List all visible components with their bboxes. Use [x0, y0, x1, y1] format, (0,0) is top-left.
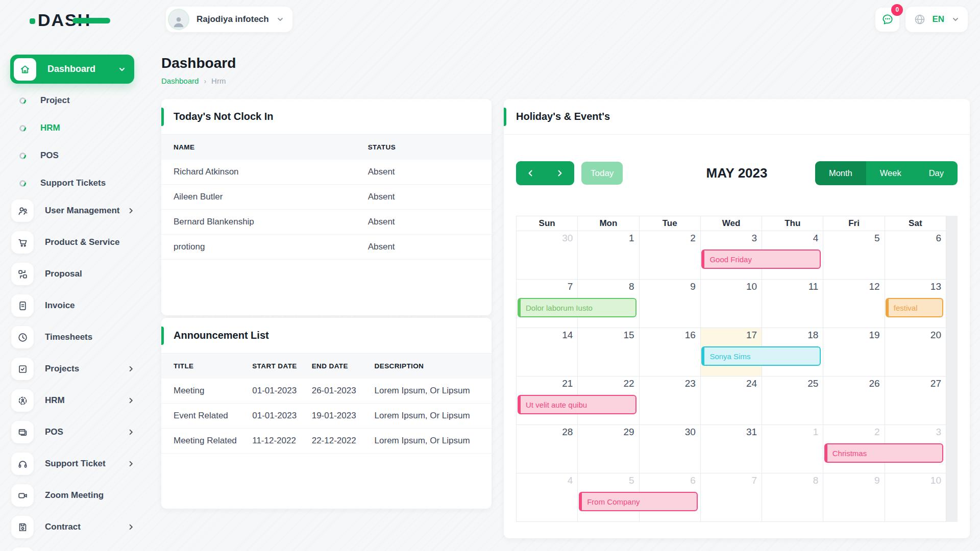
calendar-dayhead-tue: Tue — [639, 216, 700, 231]
invoice-icon — [11, 294, 34, 317]
calendar-day-cell[interactable]: 10 — [885, 473, 946, 521]
calendar-day-cell[interactable]: 15 — [577, 328, 639, 376]
calendar-day-cell[interactable]: 30 — [517, 231, 577, 279]
sidebar-subitem-pos[interactable]: POS — [10, 142, 138, 169]
calendar-day-cell[interactable]: 20 — [885, 328, 946, 376]
calendar-dayhead-sun: Sun — [517, 216, 577, 231]
sidebar-item-proposal[interactable]: Proposal — [10, 258, 143, 290]
breadcrumb-dashboard-link[interactable]: Dashboard — [161, 77, 199, 85]
calendar-day-cell[interactable]: 10 — [700, 280, 762, 328]
calendar-day-cell[interactable]: 9 — [639, 280, 700, 328]
sidebar-item-messenger[interactable]: Messenger — [10, 543, 143, 551]
calendar-day-cell[interactable]: 11 — [762, 280, 823, 328]
sidebar-item-invoice[interactable]: Invoice — [10, 290, 143, 321]
calendar-event-dolor-laborum-iusto[interactable]: Dolor laborum Iusto — [518, 298, 636, 317]
view-week-button[interactable]: Week — [866, 161, 915, 185]
calendar-day-cell[interactable]: 28 — [517, 425, 577, 473]
today-button[interactable]: Today — [581, 162, 623, 185]
calendar-day-cell[interactable]: 14 — [517, 328, 577, 376]
language-selector[interactable]: EN — [905, 7, 968, 32]
announcement-card-title: Announcement List — [174, 330, 269, 341]
topbar-actions: 0 EN — [875, 7, 968, 32]
app-logo: DASH — [38, 10, 91, 30]
calendar-event-festival[interactable]: festival — [886, 298, 943, 317]
calendar-day-cell[interactable]: 27 — [885, 377, 946, 424]
prev-month-button[interactable] — [516, 161, 545, 185]
announcement-table-row: Meeting 01-01-2023 26-01-2023 Lorem Ipsu… — [161, 379, 492, 404]
sidebar-item-projects[interactable]: Projects — [10, 353, 143, 385]
calendar-day-number: 22 — [623, 378, 634, 389]
sidebar-item-hrm[interactable]: HRM — [10, 385, 143, 416]
calendar-day-number: 20 — [930, 330, 941, 340]
calendar-day-cell[interactable]: 2 — [639, 231, 700, 279]
calendar-day-cell[interactable]: 24 — [700, 377, 762, 424]
sidebar-subitem-project[interactable]: Project — [10, 87, 138, 114]
sidebar-item-contract[interactable]: Contract — [10, 511, 143, 543]
calendar-day-cell[interactable]: 23 — [639, 377, 700, 424]
calendar-day-cell[interactable]: 7 — [700, 473, 762, 521]
breadcrumb: Dashboard › Hrm — [161, 77, 236, 85]
calendar-day-number: 1 — [629, 233, 634, 243]
calendar-scrollbar-gutter[interactable] — [946, 216, 958, 522]
calendar-day-number: 2 — [874, 427, 880, 437]
clockin-status-cell: Absent — [363, 160, 492, 185]
calendar-day-number: 8 — [813, 475, 819, 486]
calendar-day-cell[interactable]: 9 — [823, 473, 884, 521]
check-square-icon — [11, 358, 34, 380]
sidebar-item-user-management[interactable]: User Management — [10, 195, 143, 227]
sidebar-subitem-label: POS — [40, 151, 59, 161]
chevron-down-icon — [276, 15, 284, 23]
calendar-day-number: 19 — [869, 330, 880, 340]
next-month-button[interactable] — [545, 161, 574, 185]
calendar-dayhead-mon: Mon — [577, 216, 639, 231]
calendar-day-number: 26 — [869, 378, 880, 389]
view-day-button[interactable]: Day — [915, 161, 958, 185]
calendar-day-number: 16 — [685, 330, 696, 340]
clockin-col-status: STATUS — [363, 135, 492, 160]
view-month-button[interactable]: Month — [815, 161, 866, 185]
calendar-day-cell[interactable]: 25 — [762, 377, 823, 424]
calendar-event-from-company[interactable]: From Company — [579, 492, 698, 511]
sidebar-subitem-support-tickets[interactable]: Support Tickets — [10, 169, 138, 197]
sidebar-item-dashboard[interactable]: Dashboard — [10, 55, 134, 84]
calendar-day-number: 1 — [813, 427, 819, 437]
calendar-day-number: 30 — [685, 427, 696, 437]
chevron-right-icon — [127, 429, 135, 436]
company-selector[interactable]: Rajodiya infotech — [166, 7, 292, 32]
calendar-day-number: 29 — [623, 427, 634, 437]
calendar-event-ut-velit-aute-quibu[interactable]: Ut velit aute quibu — [518, 395, 636, 414]
sidebar-item-product-service[interactable]: Product & Service — [10, 227, 143, 258]
sidebar-item-timesheets[interactable]: Timesheets — [10, 321, 143, 353]
calendar-card-header: Holiday's & Event's — [504, 99, 970, 135]
calendar-event-sonya-sims[interactable]: Sonya Sims — [701, 346, 820, 366]
sidebar-subitem-hrm[interactable]: HRM — [10, 114, 138, 142]
calendar-day-cell[interactable]: 4 — [517, 473, 577, 521]
calendar-day-number: 6 — [936, 233, 941, 243]
messages-button[interactable]: 0 — [875, 8, 899, 32]
breadcrumb-current: Hrm — [211, 77, 226, 85]
calendar-day-cell[interactable]: 31 — [700, 425, 762, 473]
calendar-day-number: 5 — [874, 233, 880, 243]
calendar-day-cell[interactable]: 5 — [823, 231, 884, 279]
sidebar-item-support-ticket[interactable]: Support Ticket — [10, 448, 143, 480]
chat-bubble-icon — [881, 13, 894, 26]
calendar-day-cell[interactable]: 29 — [577, 425, 639, 473]
sidebar-item-zoom-meeting[interactable]: Zoom Meeting — [10, 480, 143, 511]
calendar-day-cell[interactable]: 1 — [762, 425, 823, 473]
sidebar-item-pos[interactable]: POS — [10, 416, 143, 448]
calendar-day-cell[interactable]: 6 — [885, 231, 946, 279]
clockin-name-cell: Aileen Butler — [161, 185, 363, 210]
calendar-day-cell[interactable]: 26 — [823, 377, 884, 424]
calendar-day-cell[interactable]: 30 — [639, 425, 700, 473]
calendar-day-cell[interactable]: 8 — [762, 473, 823, 521]
calendar-event-christmas[interactable]: Christmas — [824, 443, 943, 463]
calendar-event-good-friday[interactable]: Good Friday — [701, 249, 820, 269]
calendar-day-cell[interactable]: 19 — [823, 328, 884, 376]
calendar-day-cell[interactable]: 16 — [639, 328, 700, 376]
bullet-ring-icon — [18, 96, 27, 105]
calendar-day-cell[interactable]: 1 — [577, 231, 639, 279]
calendar-day-cell[interactable]: 12 — [823, 280, 884, 328]
target-icon — [11, 389, 34, 412]
calendar-day-number: 30 — [562, 233, 573, 243]
calendar-week-row: 28293031123Christmas — [517, 424, 946, 473]
